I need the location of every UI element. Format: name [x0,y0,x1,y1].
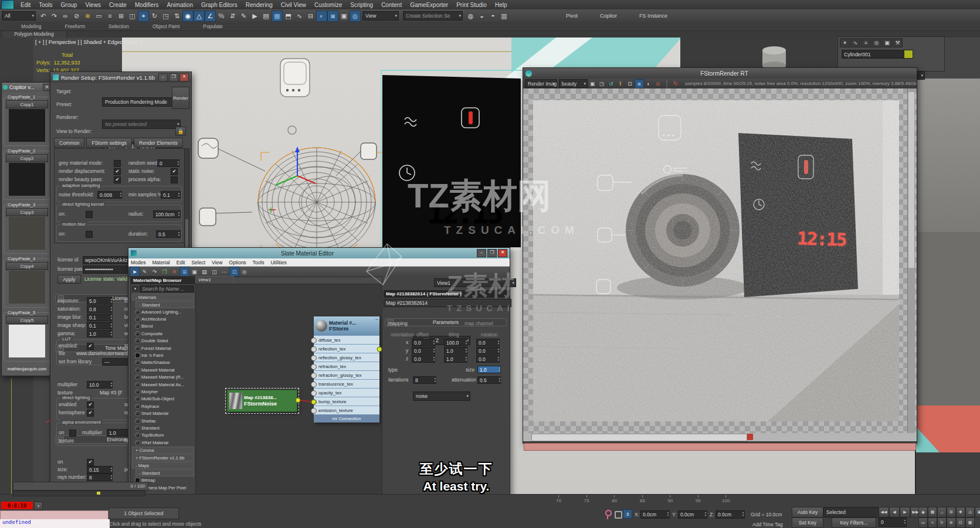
slate-menu-item[interactable]: Select [191,260,205,265]
mini-track-bar[interactable] [13,490,145,496]
rect-region-icon[interactable]: ⊞ [116,11,127,22]
dlk-on-checkbox[interactable] [86,211,93,218]
add-marker-button[interactable]: + [34,502,43,510]
named-selection-set-field[interactable]: Create Selection Se [403,11,463,21]
hierarchy-tab-icon[interactable]: ≡ [861,38,871,47]
slate-menu-item[interactable]: Options [229,260,246,265]
render-icon[interactable]: ◍ [350,11,361,22]
browser-item[interactable]: Blend [131,323,195,330]
redo-icon[interactable]: ↷ [49,11,60,22]
timeline-tick[interactable]: 70 [545,495,573,505]
open-image-icon[interactable]: ◳ [597,79,606,88]
motion-tab-icon[interactable]: ◎ [872,38,881,47]
grey-material-mode-checkbox[interactable] [114,160,121,167]
move-children-icon[interactable]: ⊞ [179,267,189,277]
copitor-titlebar[interactable]: Copitor v... ✕ [2,83,52,92]
utilities-tab-icon[interactable]: ⚒ [893,38,903,47]
graphite-icon[interactable]: ⬒ [283,11,294,22]
layer-manager-icon[interactable]: ▦ [272,11,283,22]
menu-item[interactable]: Scripting [346,2,377,8]
menu-item[interactable]: Print Studio [452,2,491,8]
select-object-icon[interactable]: ▭ [93,11,104,22]
zoom-extents-icon[interactable]: ▣ [975,507,980,517]
node-slot[interactable]: reflection_glossy_tex [314,353,379,362]
zoom-icon[interactable]: ✚ [956,507,965,517]
assign-material-icon[interactable]: ↷ [150,267,160,277]
env-texture-value[interactable]: Map #3 (F [100,390,123,396]
rt-horizontal-scrollbar[interactable] [523,433,917,441]
browser-item[interactable]: Advanced Lighting... [131,308,195,315]
slot-socket-icon[interactable] [311,408,317,414]
display-tab-icon[interactable]: ▣ [882,38,892,47]
maximize-toggle-icon[interactable]: ⊡ [956,517,965,528]
slate-minimize-icon[interactable]: – [477,249,486,257]
slate-titlebar[interactable]: Slate Material Editor – ❒ ✕ [128,248,510,258]
node-slot[interactable]: reflection_tex [314,345,379,353]
slot-socket-icon[interactable] [311,355,317,361]
prev-frame-icon[interactable]: ◀ [889,507,900,517]
key-filters-button[interactable]: Key Filters... [832,517,876,528]
node-slot[interactable]: emission_texture [314,406,379,414]
hide-unused-slots-icon[interactable]: ▣ [189,267,199,277]
timeline-tick[interactable]: 95 [684,495,713,505]
zoom-extents-icon[interactable]: ⊡ [229,267,239,277]
node-collapse-icon[interactable]: − [375,317,378,322]
process-alpha-checkbox[interactable] [171,176,178,183]
rt-titlebar[interactable]: FStormRender RT [523,68,917,79]
zoom-region-icon[interactable]: ⊕ [947,517,956,528]
minimize-icon[interactable]: – [158,73,168,81]
rendered-frame-icon[interactable]: ▣ [338,11,350,22]
ribbon-tab[interactable]: Object Paint [148,23,184,29]
lut-file-value[interactable]: www.danielreutersward [76,350,128,356]
menu-item[interactable]: Views [81,2,105,8]
ref-coord-dropdown[interactable]: View [362,11,399,21]
copitor-copy-button[interactable]: Copy3 [6,208,48,216]
slate-close-icon[interactable]: ✕ [498,249,507,257]
browser-item[interactable]: Standard [131,424,195,431]
slate-menu-item[interactable]: Edit [177,260,185,265]
slot-socket-icon[interactable] [311,399,317,405]
spinner-snap-icon[interactable]: ⇵ [227,11,238,22]
layout-all-icon[interactable]: ◫ [209,267,219,277]
mb-on-checkbox[interactable] [86,231,93,238]
browser-item[interactable]: Composite [131,330,195,337]
target-dropdown[interactable]: Production Rendering Mode [102,97,181,107]
node-slot[interactable]: refraction_glossy_tex [314,371,379,379]
channels-icon[interactable]: ◐ [644,79,653,88]
menu-item[interactable]: Civil View [277,2,310,8]
pause-render-icon[interactable]: ‖ [616,79,625,88]
maxscript-mini-listener-pink[interactable] [0,510,108,520]
toolbar-text-button[interactable]: Pivot [566,13,578,19]
browser-item[interactable]: - Maps [132,462,194,469]
orbit-icon[interactable]: ↻ [937,517,947,528]
rt-render-image-dropdown[interactable]: Render Image [525,79,557,88]
mute-icon[interactable]: ◉ [918,507,928,517]
menu-item[interactable]: GameExporter [406,2,452,8]
align-icon[interactable]: ▤ [260,11,272,22]
node-slot[interactable]: refraction_tex [314,362,379,370]
render-setup-icon[interactable]: ◙ [327,11,338,22]
toolbar-text-button[interactable]: Copitor [600,13,617,19]
browser-item[interactable]: + Corona [132,447,194,454]
render-displacement-checkbox[interactable] [114,168,121,175]
auto-key-button[interactable]: Auto Key [792,507,823,517]
object-name-field[interactable]: Cylinder001 [842,50,905,59]
grid-toggle-icon[interactable]: ▦ [928,507,937,517]
timeline-tick[interactable]: 85 [629,495,657,505]
browser-item[interactable]: Shell Material [131,410,195,417]
static-noise-checkbox[interactable] [171,168,178,175]
slate-menu-item[interactable]: Modes [131,260,146,265]
teapot-icon[interactable]: ◒ [476,11,487,22]
slot-socket-icon[interactable] [311,390,317,396]
3dsmax-logo-icon[interactable] [1,0,14,9]
resume-render-icon[interactable]: ↺ [606,79,616,88]
copitor-thumbnail[interactable] [9,109,45,142]
play-icon[interactable]: ▶ [900,507,910,517]
menu-item[interactable]: Edit [16,2,35,8]
env-hemisphere-checkbox[interactable] [87,410,94,417]
isolate-key-icon[interactable] [605,510,611,518]
undo-icon[interactable]: ↶ [38,11,49,22]
object-color-swatch[interactable] [904,50,913,59]
percent-snap-icon[interactable]: % [216,11,227,22]
browser-item[interactable]: Architectural [131,315,195,322]
